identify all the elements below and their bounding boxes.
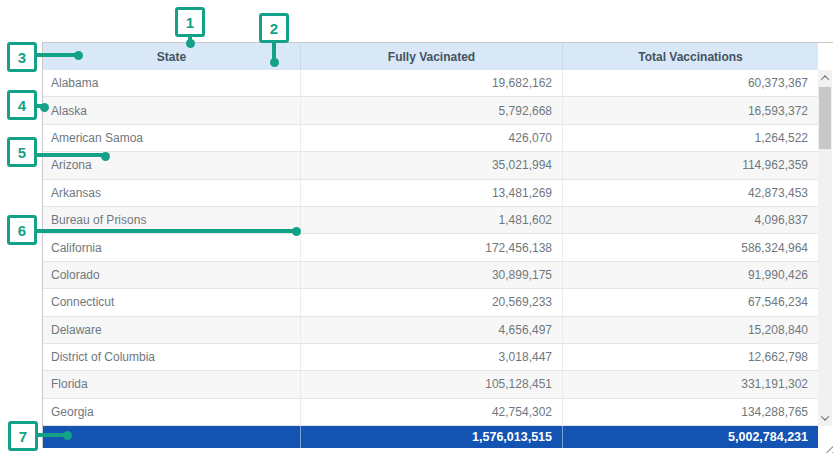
total-vaccinations-cell[interactable]: 1,264,522 [563,125,818,151]
total-vaccinations-cell[interactable]: 331,191,302 [563,371,818,397]
callout-3-box: 3 [7,42,37,72]
callout-1-dot [186,39,195,48]
table-row[interactable]: Connecticut20,569,23367,546,234 [43,289,818,316]
fully-vacinated-cell[interactable]: 19,682,162 [301,70,563,96]
table-header-row: State Fully Vacinated Total Vaccinations [43,43,818,70]
fully-vacinated-cell[interactable]: 35,021,994 [301,152,563,178]
fully-vacinated-cell[interactable]: 20,569,233 [301,289,563,315]
state-cell[interactable]: Alabama [43,70,301,96]
table-body: Alabama19,682,16260,373,367Alaska5,792,6… [43,70,818,426]
total-vaccinations-cell[interactable]: 67,546,234 [563,289,818,315]
state-cell[interactable]: Delaware [43,317,301,343]
callout-2-box: 2 [259,13,289,43]
state-cell[interactable]: Georgia [43,399,301,425]
scroll-down-button[interactable] [818,410,832,426]
fully-vacinated-cell[interactable]: 3,018,447 [301,344,563,370]
total-fully-vacinated-cell: 1,576,013,515 [301,426,563,448]
total-vaccinations-cell[interactable]: 12,662,798 [563,344,818,370]
state-cell[interactable]: Alaska [43,97,301,123]
total-vaccinations-cell[interactable]: 15,208,840 [563,317,818,343]
table-row[interactable]: American Samoa426,0701,264,522 [43,125,818,152]
state-cell[interactable]: California [43,234,301,260]
callout-4-box: 4 [7,90,37,120]
table-row[interactable]: California172,456,138586,324,964 [43,234,818,261]
scroll-up-button[interactable] [818,70,832,86]
table-row[interactable]: District of Columbia3,018,44712,662,798 [43,344,818,371]
total-vaccinations-cell[interactable]: 114,962,359 [563,152,818,178]
table-row[interactable]: Alabama19,682,16260,373,367 [43,70,818,97]
callout-5-number: 5 [18,144,26,161]
total-vaccinations-cell[interactable]: 60,373,367 [563,70,818,96]
state-cell[interactable]: Colorado [43,262,301,288]
fully-vacinated-cell[interactable]: 13,481,269 [301,180,563,206]
fully-vacinated-cell[interactable]: 4,656,497 [301,317,563,343]
callout-7-box: 7 [8,421,38,451]
table-row[interactable]: Georgia42,754,302134,288,765 [43,399,818,426]
state-cell[interactable]: Arkansas [43,180,301,206]
fully-vacinated-cell[interactable]: 426,070 [301,125,563,151]
callout-2-number: 2 [270,20,278,37]
callout-4-dot [40,103,49,112]
fully-vacinated-cell[interactable]: 5,792,668 [301,97,563,123]
table-row[interactable]: Florida105,128,451331,191,302 [43,371,818,398]
callout-2-dot [270,58,279,67]
total-vaccinations-cell[interactable]: 42,873,453 [563,180,818,206]
callout-7-dot [63,431,72,440]
callout-6-number: 6 [18,222,26,239]
resize-grip-icon[interactable] [824,445,833,453]
callout-5-dot [101,152,110,161]
callout-3-line [36,53,77,57]
callout-3-number: 3 [18,49,26,66]
table-row[interactable]: Colorado30,899,17591,990,426 [43,262,818,289]
scrollbar-thumb[interactable] [819,87,831,149]
column-header-total-vaccinations[interactable]: Total Vaccinations [563,43,818,70]
table-row[interactable]: Arizona35,021,994114,962,359 [43,152,818,179]
fully-vacinated-cell[interactable]: 42,754,302 [301,399,563,425]
vertical-scrollbar[interactable] [818,70,832,426]
fully-vacinated-cell[interactable]: 105,128,451 [301,371,563,397]
fully-vacinated-cell[interactable]: 1,481,602 [301,207,563,233]
callout-6-line [36,229,294,233]
state-cell[interactable]: District of Columbia [43,344,301,370]
callout-4-number: 4 [18,97,26,114]
total-vaccinations-cell[interactable]: 134,288,765 [563,399,818,425]
callout-5-line [36,153,104,157]
total-state-cell [43,426,301,448]
chevron-up-icon [821,75,829,83]
total-vaccinations-cell: 5,002,784,231 [563,426,818,448]
callout-1-number: 1 [186,14,194,31]
table-row[interactable]: Arkansas13,481,26942,873,453 [43,180,818,207]
table-total-row: 1,576,013,515 5,002,784,231 [43,426,818,448]
total-vaccinations-cell[interactable]: 91,990,426 [563,262,818,288]
total-vaccinations-cell[interactable]: 4,096,837 [563,207,818,233]
callout-6-box: 6 [7,215,37,245]
callout-3-dot [74,51,83,60]
callout-1-box: 1 [175,7,205,37]
report-canvas: State Fully Vacinated Total Vaccinations… [0,0,833,453]
callout-5-box: 5 [7,137,37,167]
callout-7-number: 7 [19,428,27,445]
fully-vacinated-cell[interactable]: 30,899,175 [301,262,563,288]
state-cell[interactable]: American Samoa [43,125,301,151]
callout-7-line [37,433,66,437]
callout-6-dot [292,227,301,236]
state-cell[interactable]: Connecticut [43,289,301,315]
state-cell[interactable]: Florida [43,371,301,397]
chevron-down-icon [821,412,829,420]
list-table: State Fully Vacinated Total Vaccinations… [42,42,833,448]
total-vaccinations-cell[interactable]: 586,324,964 [563,234,818,260]
column-header-fully-vacinated[interactable]: Fully Vacinated [301,43,563,70]
table-row[interactable]: Delaware4,656,49715,208,840 [43,317,818,344]
fully-vacinated-cell[interactable]: 172,456,138 [301,234,563,260]
total-vaccinations-cell[interactable]: 16,593,372 [563,97,818,123]
table-row[interactable]: Alaska5,792,66816,593,372 [43,97,818,124]
